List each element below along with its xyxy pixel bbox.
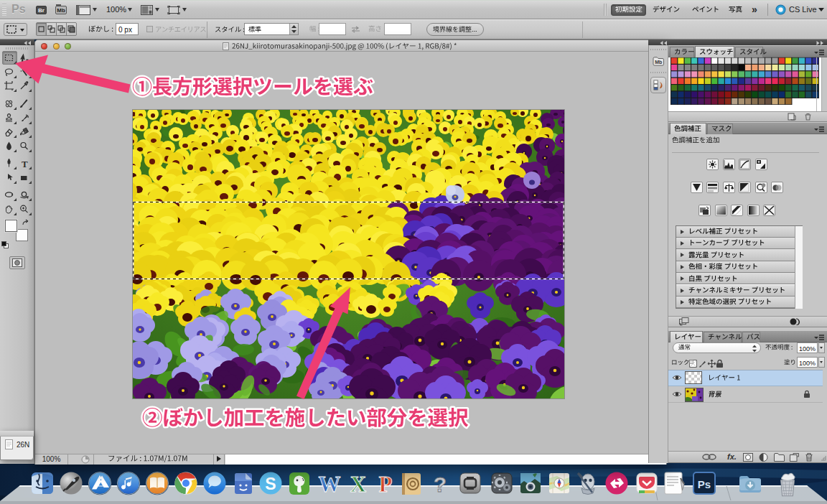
svg-text:Mb: Mb: [655, 60, 662, 65]
svg-text:S: S: [265, 475, 276, 493]
svg-text:W: W: [319, 472, 341, 497]
svg-text:X: X: [350, 472, 367, 497]
svg-text:Ps: Ps: [698, 478, 711, 490]
svg-text:T: T: [22, 159, 28, 169]
svg-text:P: P: [379, 472, 393, 497]
svg-text:?: ?: [434, 472, 447, 496]
